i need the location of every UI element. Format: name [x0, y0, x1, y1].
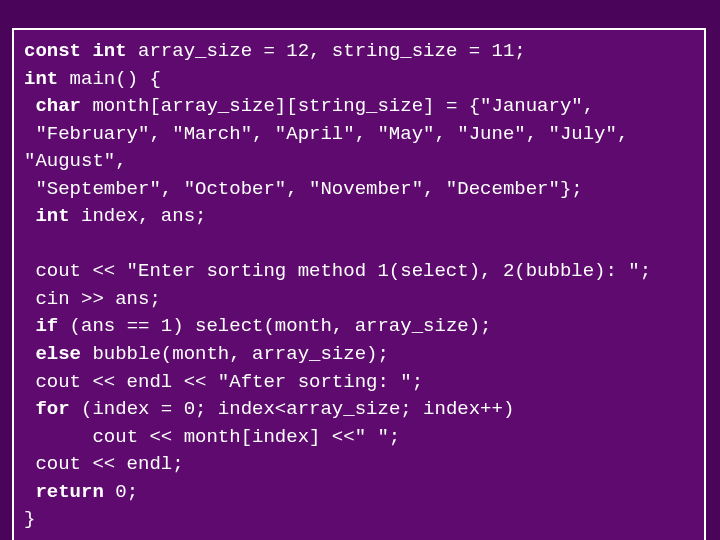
code-text: index, ans; — [70, 205, 207, 227]
keyword-int: int — [92, 40, 126, 62]
code-text: (index = 0; index<array_size; index++) — [70, 398, 515, 420]
code-text: "February", "March", "April", "May", "Ju… — [24, 123, 640, 173]
code-text: cout << "Enter sorting method 1(select),… — [24, 260, 651, 282]
keyword-else: else — [35, 343, 81, 365]
keyword-const: const — [24, 40, 81, 62]
keyword-if: if — [35, 315, 58, 337]
code-text: "September", "October", "November", "Dec… — [24, 178, 583, 200]
code-text: bubble(month, array_size); — [81, 343, 389, 365]
code-text: main() { — [58, 68, 161, 90]
code-text: 0; — [104, 481, 138, 503]
code-text: } — [24, 508, 35, 530]
code-text: cout << endl << "After sorting: "; — [24, 371, 423, 393]
code-text: array_size = 12, string_size = 11; — [127, 40, 526, 62]
keyword-char: char — [35, 95, 81, 117]
code-box: const int array_size = 12, string_size =… — [12, 28, 706, 540]
keyword-int: int — [24, 68, 58, 90]
keyword-for: for — [35, 398, 69, 420]
code-text: (ans == 1) select(month, array_size); — [58, 315, 491, 337]
keyword-int: int — [35, 205, 69, 227]
keyword-return: return — [35, 481, 103, 503]
code-block: const int array_size = 12, string_size =… — [24, 38, 694, 534]
code-text: month[array_size][string_size] = {"Janua… — [81, 95, 594, 117]
code-text: cout << month[index] <<" "; — [24, 426, 400, 448]
slide: const int array_size = 12, string_size =… — [0, 0, 720, 540]
code-text: cout << endl; — [24, 453, 184, 475]
code-text: cin >> ans; — [24, 288, 161, 310]
